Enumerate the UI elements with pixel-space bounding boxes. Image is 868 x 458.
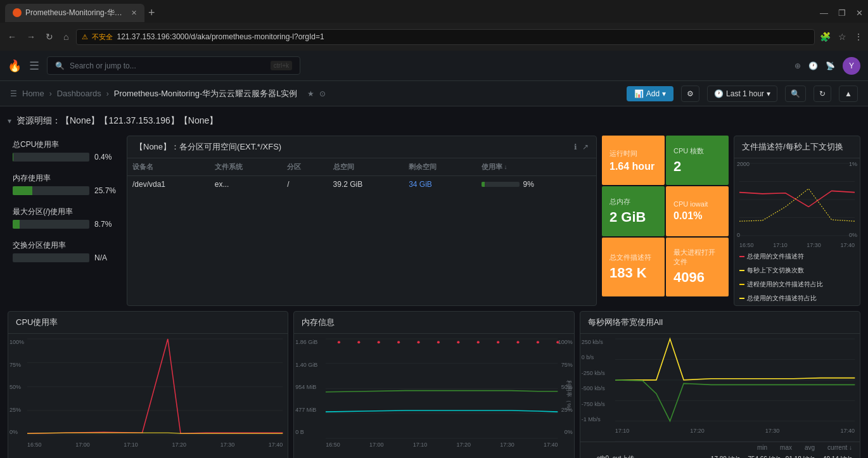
swap-bar (13, 253, 89, 262)
fd-x-labels: 16:50 17:10 17:30 17:40 (734, 241, 860, 250)
cpu-y-labels: 100% 75% 50% 25% 0% (10, 339, 24, 435)
cpu-y-1: 75% (10, 362, 24, 368)
mem-y-labels: 1.86 GiB 1.40 GiB 954 MiB 477 MiB 0 B (295, 339, 317, 435)
legend-label-1: 每秒上下文切换次数 (747, 266, 804, 275)
network-series-0: eth0_out上传 17.89 kb/s 754.66 kb/s 91.18 … (580, 453, 860, 458)
address-bar[interactable]: ⚠ 不安全 121.37.153.196:3000/d/aka/promethe… (76, 29, 815, 45)
usage-bar-fill (482, 182, 485, 187)
refresh-button[interactable]: ↻ (814, 86, 831, 102)
col-usage[interactable]: 使用率 ↓ (476, 158, 596, 176)
info-icon[interactable]: ℹ (574, 143, 577, 151)
hamburger-menu[interactable]: ☰ (29, 59, 39, 73)
disk-bar-fill (13, 220, 20, 229)
maximize-button[interactable]: ❐ (838, 8, 846, 18)
y-left-label-max: 2000 (737, 161, 750, 167)
tile-total-mem: 总内存 2 GiB (602, 186, 665, 236)
legend-label-0: 总使用的文件描述符 (747, 252, 804, 261)
breadcrumb-home[interactable]: Home (22, 89, 44, 98)
collapse-button[interactable]: ▲ (839, 86, 858, 102)
minimize-button[interactable]: — (820, 8, 828, 18)
browser-toolbar: 🧩 ☆ ⋮ (820, 32, 863, 42)
col-device: 设备名 (127, 158, 210, 176)
tile-uptime: 运行时间 1.64 hour (602, 136, 665, 185)
plus-icon[interactable]: ⊕ (795, 61, 801, 70)
main-grid: 总CPU使用率 0.4% 内存使用率 25.7% 最大分区( (8, 136, 860, 306)
mem-x-labels: 16:50 17:00 17:10 17:20 17:30 17:40 (326, 442, 558, 448)
avatar[interactable]: Y (843, 57, 860, 75)
fd-legend: 总使用的文件描述符 每秒上下文切换次数 进程使用的文件描述符占比 总使用的文件描… (734, 250, 860, 305)
hamburger-icon[interactable]: ☰ (10, 89, 17, 98)
share-icon[interactable]: ⊙ (319, 89, 326, 98)
new-tab-button[interactable]: + (148, 6, 155, 20)
browser-chrome: Prometheus-Monitoring-华为... ✕ + — ❐ ✕ ← … (0, 0, 868, 51)
signal-icon[interactable]: 📡 (826, 61, 835, 70)
disk-bar (13, 220, 89, 229)
mem-stat: 内存使用率 25.7% (8, 169, 122, 199)
cpu-chart-body: 100% 75% 50% 25% 0% (8, 334, 288, 458)
add-button[interactable]: 📊 Add ▾ (627, 86, 673, 101)
tile-fd: 总文件描述符 183 K (602, 238, 665, 296)
breadcrumb-sep2: › (106, 89, 109, 98)
active-tab[interactable]: Prometheus-Monitoring-华为... ✕ (5, 4, 144, 22)
svg-point-17 (378, 341, 380, 343)
grafana-header: 🔥 ☰ 🔍 Search or jump to... ctrl+k ⊕ 🕐 📡 … (0, 51, 868, 81)
svg-point-20 (437, 341, 440, 343)
home-button[interactable]: ⌂ (61, 29, 71, 44)
fd-chart-svg (739, 163, 855, 236)
breadcrumb-actions: ★ ⊙ (307, 89, 326, 98)
svg-point-26 (557, 341, 559, 343)
mem-right-axis-label: 利用率（%） (565, 380, 573, 414)
chevron-icon[interactable]: ▾ (8, 117, 11, 125)
tab-favicon (13, 8, 22, 17)
tile-cpu-cores-value: 2 (673, 158, 721, 175)
time-range-picker[interactable]: 🕐 Last 1 hour ▾ (707, 86, 777, 102)
svg-point-25 (537, 341, 539, 343)
breadcrumb-dashboards[interactable]: Dashboards (57, 89, 101, 98)
disk-table: 设备名 文件系统 分区 总空间 剩余空间 使用率 ↓ /dev/vda1 (127, 158, 596, 193)
close-button[interactable]: ✕ (856, 8, 863, 18)
x-label-2: 17:30 (807, 242, 821, 248)
legend-dot-3 (739, 298, 744, 299)
disk-stat: 最大分区(/)使用率 8.7% (8, 203, 122, 232)
zoom-out-button[interactable]: 🔍 (785, 86, 806, 102)
link-icon[interactable]: ↗ (582, 143, 589, 151)
cpu-x-labels: 16:50 17:00 17:10 17:20 17:30 17:40 (27, 442, 283, 448)
sort-icon: ↓ (504, 163, 507, 170)
col-mount: 分区 (282, 158, 328, 176)
legend-item-1: 每秒上下文切换次数 (739, 266, 804, 275)
nav-bar: ← → ↻ ⌂ ⚠ 不安全 121.37.153.196:3000/d/aka/… (0, 23, 868, 51)
x-label-1: 17:10 (773, 242, 788, 248)
bookmark-icon[interactable]: ☆ (838, 32, 846, 42)
back-button[interactable]: ← (5, 29, 19, 44)
tab-close-button[interactable]: ✕ (131, 9, 137, 17)
security-warning: ⚠ (82, 33, 88, 41)
cell-fs: ex... (210, 176, 282, 193)
legend-item-3: 总使用的文件描述符占比 (739, 294, 817, 303)
search-placeholder: Search or jump to... (70, 61, 136, 70)
cell-usage: 9% (476, 176, 596, 193)
legend-item-0: 总使用的文件描述符 (739, 252, 804, 261)
settings-button[interactable]: ⚙ (681, 86, 699, 102)
swap-label: 交换分区使用率 (13, 240, 117, 251)
legend-label-2: 进程使用的文件描述符占比 (747, 280, 823, 289)
forward-button[interactable]: → (24, 29, 38, 44)
breadcrumb-bar: ☰ Home › Dashboards › Prometheus-Monitor… (0, 81, 868, 106)
extensions-icon[interactable]: 🧩 (820, 32, 831, 42)
disk-value: 8.7% (94, 220, 117, 229)
mem-bar-fill (13, 186, 32, 195)
status-tiles: 运行时间 1.64 hour CPU 核数 2 总内存 2 GiB CPU io… (602, 136, 729, 306)
refresh-button[interactable]: ↻ (43, 29, 56, 44)
network-chart-body: 250 kb/s 0 b/s -250 kb/s -500 kb/s -750 … (580, 334, 860, 442)
usage-value: 9% (523, 180, 534, 189)
mem-chart-panel: 内存信息 1.86 GiB 1.40 GiB 954 MiB 477 MiB 0… (293, 311, 574, 458)
cpu-y-2: 50% (10, 384, 24, 390)
svg-point-22 (477, 341, 480, 343)
col-free: 剩余空间 (404, 158, 476, 176)
network-chart-panel: 每秒网络带宽使用All 250 kb/s 0 b/s -250 kb/s -50… (580, 311, 860, 458)
star-icon[interactable]: ★ (307, 89, 314, 98)
settings-icon[interactable]: ⋮ (854, 32, 863, 42)
fd-panel: 文件描述符/每秒上下文切换 1% 0% 2000 0 (734, 136, 860, 306)
network-chart-title: 每秒网络带宽使用All (580, 312, 860, 334)
search-container[interactable]: 🔍 Search or jump to... ctrl+k (47, 56, 300, 75)
clock-icon[interactable]: 🕐 (808, 61, 818, 70)
